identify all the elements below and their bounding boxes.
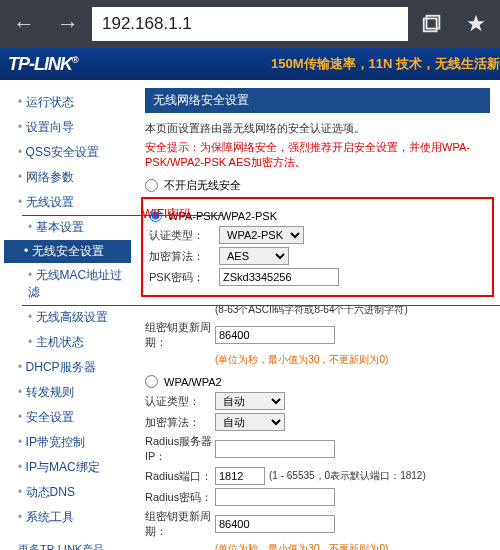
panel-intro: 本页面设置路由器无线网络的安全认证选项。 — [145, 121, 490, 136]
tabs-icon[interactable] — [412, 6, 452, 42]
sidebar-item-8[interactable]: 无线高级设置 — [8, 305, 127, 330]
forward-button[interactable]: → — [48, 6, 88, 42]
radius-port-input[interactable] — [215, 467, 265, 485]
radius-pwd-input[interactable] — [215, 488, 335, 506]
highlighted-psk-box: WPA-PSK/WPA2-PSK 认证类型：WPA2-PSK 加密算法：AES … — [141, 197, 494, 297]
tagline: 150M传输速率，11N 技术，无线生活新 — [271, 55, 500, 73]
wifi-password-annotation: WIFI密码 — [142, 206, 191, 223]
content-panel: 无线网络安全设置 本页面设置路由器无线网络的安全认证选项。 安全提示：为保障网络… — [135, 80, 500, 550]
sidebar-item-7[interactable]: 无线MAC地址过滤 — [8, 263, 127, 305]
radio-wpa-label: WPA/WPA2 — [164, 376, 222, 388]
wpa-auth-label: 认证类型： — [145, 394, 215, 409]
radius-port-hint: (1 - 65535，0表示默认端口：1812) — [269, 469, 426, 483]
sidebar-item-11[interactable]: 转发规则 — [8, 380, 127, 405]
sidebar-item-6[interactable]: 无线安全设置 — [4, 240, 131, 263]
sidebar-item-5[interactable]: 基本设置 — [8, 215, 127, 240]
sidebar-item-4[interactable]: 无线设置 — [8, 190, 127, 215]
radius-port-label: Radius端口： — [145, 469, 215, 484]
radius-ip-input[interactable] — [215, 440, 335, 458]
psk-auth-label: 认证类型： — [149, 228, 219, 243]
url-bar[interactable]: 192.168.1.1 — [92, 7, 408, 41]
brand-logo: TP-LINK® — [0, 54, 86, 75]
help-text-1: 更多TP-LINK产品， — [8, 542, 127, 550]
radio-none-label: 不开启无线安全 — [164, 178, 241, 193]
radio-wpa[interactable] — [145, 375, 158, 388]
browser-toolbar: ← → 192.168.1.1 — [0, 0, 500, 48]
radius-pwd-label: Radius密码： — [145, 490, 215, 505]
wpa-enc-select[interactable]: 自动 — [215, 413, 285, 431]
back-button[interactable]: ← — [4, 6, 44, 42]
psk-rekey-input[interactable] — [215, 326, 335, 344]
wpa-enc-label: 加密算法： — [145, 415, 215, 430]
sidebar-item-0[interactable]: 运行状态 — [8, 90, 127, 115]
sidebar-item-15[interactable]: 动态DNS — [8, 480, 127, 505]
sidebar-item-12[interactable]: 安全设置 — [8, 405, 127, 430]
sidebar-item-10[interactable]: DHCP服务器 — [8, 355, 127, 380]
sidebar-item-13[interactable]: IP带宽控制 — [8, 430, 127, 455]
wpa-rekey-label: 组密钥更新周期： — [145, 509, 215, 539]
panel-warning: 安全提示：为保障网络安全，强烈推荐开启安全设置，并使用WPA-PSK/WPA2-… — [145, 140, 490, 170]
wpa-rekey-input[interactable] — [215, 515, 335, 533]
psk-rekey-label: 组密钥更新周期： — [145, 320, 215, 350]
sidebar-item-9[interactable]: 主机状态 — [8, 330, 127, 355]
radio-none[interactable] — [145, 179, 158, 192]
psk-enc-label: 加密算法： — [149, 249, 219, 264]
sidebar-item-1[interactable]: 设置向导 — [8, 115, 127, 140]
router-header: TP-LINK® 150M传输速率，11N 技术，无线生活新 — [0, 48, 500, 80]
sidebar-nav: 运行状态设置向导QSS安全设置网络参数无线设置基本设置无线安全设置无线MAC地址… — [0, 80, 135, 550]
wpa-auth-select[interactable]: 自动 — [215, 392, 285, 410]
psk-enc-select[interactable]: AES — [219, 247, 289, 265]
sidebar-item-16[interactable]: 系统工具 — [8, 505, 127, 530]
psk-auth-select[interactable]: WPA2-PSK — [219, 226, 304, 244]
sidebar-item-3[interactable]: 网络参数 — [8, 165, 127, 190]
psk-pwd-input[interactable] — [219, 268, 339, 286]
psk-pwd-label: PSK密码： — [149, 270, 219, 285]
wpa-rekey-hint: (单位为秒，最小值为30，不更新则为0) — [215, 542, 490, 550]
panel-title: 无线网络安全设置 — [145, 88, 490, 113]
bookmark-icon[interactable] — [456, 6, 496, 42]
sidebar-item-2[interactable]: QSS安全设置 — [8, 140, 127, 165]
main-area: WIFI密码 运行状态设置向导QSS安全设置网络参数无线设置基本设置无线安全设置… — [0, 80, 500, 550]
radius-ip-label: Radius服务器IP： — [145, 434, 215, 464]
sidebar-item-14[interactable]: IP与MAC绑定 — [8, 455, 127, 480]
psk-rekey-hint: (单位为秒，最小值为30，不更新则为0) — [215, 353, 490, 367]
